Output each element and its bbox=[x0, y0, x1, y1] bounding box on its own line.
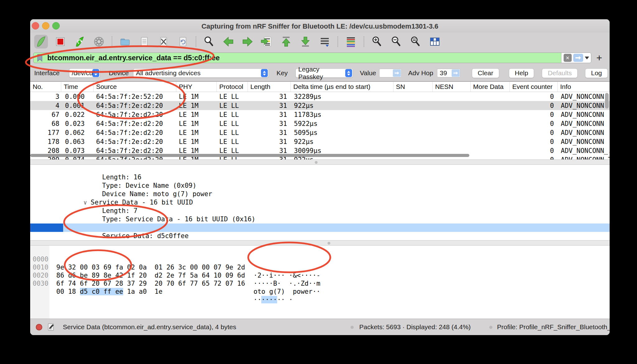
key-select[interactable]: Legacy Passkey bbox=[295, 68, 353, 78]
packet-row[interactable]: 177 0.062 64:5a:7f:2e:d2:20 LE 1M LE LL … bbox=[30, 128, 610, 137]
packet-row[interactable]: 67 0.022 64:5a:7f:2e:d2:20 LE 1M LE LL 3… bbox=[30, 110, 610, 119]
zoom-original-icon[interactable] bbox=[409, 35, 422, 48]
column-header[interactable]: SN bbox=[393, 82, 433, 92]
filter-history-caret-icon[interactable] bbox=[585, 57, 589, 59]
packet-row[interactable]: 178 0.063 64:5a:7f:2e:d2:20 LE 1M LE LL … bbox=[30, 137, 610, 146]
title-bar: Capturing from nRF Sniffer for Bluetooth… bbox=[30, 19, 610, 33]
open-file-folder-icon[interactable] bbox=[118, 35, 132, 48]
value-apply-icon[interactable] bbox=[393, 69, 401, 77]
save-file-icon[interactable] bbox=[137, 35, 151, 48]
hex-row[interactable]: 0000 9e 32 00 03 69 fa 02 0a 01 26 3c 00… bbox=[30, 247, 610, 255]
minimize-window-button[interactable] bbox=[42, 22, 49, 30]
resize-columns-icon[interactable] bbox=[428, 35, 442, 48]
cell-event-counter: 0 bbox=[510, 111, 558, 118]
pane-divider[interactable] bbox=[30, 240, 610, 246]
detail-row[interactable]: CRC: 0x580578 bbox=[30, 232, 610, 240]
cell-time: 0.001 bbox=[61, 102, 94, 109]
capture-comment-icon[interactable] bbox=[47, 323, 55, 331]
display-filter-input[interactable]: btcommon.eir_ad.entry.service_data == d5… bbox=[33, 53, 591, 63]
adv-hop-apply-icon[interactable] bbox=[452, 69, 460, 77]
find-packet-icon[interactable] bbox=[202, 35, 216, 48]
column-header[interactable]: NESN bbox=[433, 82, 471, 92]
interface-select[interactable]: /dev/cu.u bbox=[69, 68, 100, 78]
log-button[interactable]: Log bbox=[585, 68, 608, 78]
close-file-icon[interactable] bbox=[157, 35, 170, 48]
cell-delta-time: 32289µs bbox=[291, 93, 393, 100]
go-to-packet-icon[interactable] bbox=[260, 35, 274, 48]
cell-info: ADV_NONCONN_TI bbox=[558, 156, 610, 160]
hex-offset: 0030 bbox=[33, 279, 49, 288]
packet-count-summary[interactable]: Packets: 5693 · Displayed: 248 (4.4%) bbox=[359, 323, 471, 331]
column-header[interactable]: Time bbox=[61, 82, 94, 92]
restart-capture-icon[interactable] bbox=[73, 35, 86, 48]
previous-packet-icon[interactable] bbox=[221, 35, 235, 48]
zoom-in-icon[interactable] bbox=[370, 35, 384, 48]
pane-divider[interactable] bbox=[30, 159, 610, 165]
key-select-value: Legacy Passkey bbox=[298, 66, 345, 81]
expert-info-icon[interactable] bbox=[36, 324, 42, 330]
vertical-scrollbar-thumb[interactable] bbox=[605, 93, 609, 108]
last-packet-icon[interactable] bbox=[299, 35, 312, 48]
help-button[interactable]: Help bbox=[509, 68, 534, 78]
filter-bookmark-icon[interactable] bbox=[37, 54, 43, 62]
column-header[interactable]: PHY bbox=[176, 82, 217, 92]
defaults-button[interactable]: Defaults bbox=[542, 68, 578, 78]
profile-name[interactable]: Profile: Profile_nRF_Sniffer_Bluetooth_L… bbox=[497, 323, 610, 331]
interface-select-value: /dev/cu.u bbox=[72, 69, 92, 77]
cell-no: 4 bbox=[30, 102, 61, 109]
column-header[interactable]: Info bbox=[558, 82, 610, 92]
stepper-icon bbox=[92, 69, 99, 77]
packet-row[interactable]: 3 0.000 64:5a:7f:2e:52:20 LE 1M LE LL 31… bbox=[30, 92, 610, 101]
adv-hop-field[interactable]: 39 bbox=[437, 69, 460, 77]
column-header[interactable]: More Data bbox=[471, 82, 510, 92]
clear-button[interactable]: Clear bbox=[472, 68, 499, 78]
hex-row[interactable]: 0030 00 18 d5 c0 ff ee 1a a0 1e ········… bbox=[30, 271, 610, 279]
column-header[interactable]: Length bbox=[248, 82, 291, 92]
filter-apply-icon[interactable] bbox=[573, 54, 583, 62]
hex-row[interactable]: 0020 6f 74 6f 20 67 28 37 29 20 70 6f 77… bbox=[30, 263, 610, 271]
column-header[interactable]: Event counter bbox=[510, 82, 558, 92]
column-header[interactable]: Source bbox=[94, 82, 176, 92]
column-header[interactable]: Protocol bbox=[217, 82, 248, 92]
detail-row[interactable]: Service Data: d5c0ffee bbox=[30, 223, 610, 232]
detail-row[interactable]: Type: Service Data - 16 bit UUID (0x16) bbox=[30, 207, 610, 215]
zoom-out-icon[interactable] bbox=[389, 35, 403, 48]
detail-row[interactable]: Device Name: moto g(7) power bbox=[30, 182, 610, 190]
device-select[interactable]: All advertising devices bbox=[133, 68, 269, 78]
cell-no: 208 bbox=[30, 147, 61, 154]
cell-length: 31 bbox=[248, 120, 291, 127]
interface-label: Interface bbox=[34, 69, 60, 77]
zoom-window-button[interactable] bbox=[52, 22, 60, 30]
start-capture-icon[interactable] bbox=[34, 35, 48, 48]
detail-row[interactable]: Length: 16 bbox=[30, 165, 610, 173]
detail-row[interactable]: Length: 7 bbox=[30, 198, 610, 207]
scroll-dot-icon bbox=[328, 242, 330, 245]
colorize-packets-icon[interactable] bbox=[344, 35, 358, 48]
filter-clear-icon[interactable]: × bbox=[564, 54, 572, 62]
close-window-button[interactable] bbox=[32, 22, 39, 30]
value-field[interactable] bbox=[379, 69, 402, 77]
hex-dump-pane: 0000 9e 32 00 03 69 fa 02 0a 01 26 3c 00… bbox=[30, 246, 610, 319]
hex-row[interactable]: 0010 86 d6 be 89 8e 42 1f 20 d2 2e 7f 5a… bbox=[30, 255, 610, 263]
capture-options-gear-icon[interactable] bbox=[92, 35, 106, 48]
first-packet-icon[interactable] bbox=[279, 35, 293, 48]
column-header[interactable]: No. bbox=[30, 82, 61, 92]
add-filter-button[interactable]: + bbox=[596, 53, 602, 63]
toolbar-separator bbox=[112, 36, 112, 47]
reload-file-icon[interactable] bbox=[176, 35, 190, 48]
window-title: Capturing from nRF Sniffer for Bluetooth… bbox=[30, 19, 610, 33]
detail-row[interactable]: UUID 16: Generic Access Profile (0x1800) bbox=[30, 215, 610, 223]
horizontal-scrollbar-thumb[interactable] bbox=[30, 154, 469, 157]
detail-row[interactable]: ∨Service Data - 16 bit UUID bbox=[30, 190, 610, 198]
packet-row[interactable]: 4 0.001 64:5a:7f:2e:d2:20 LE 1M LE LL 31… bbox=[30, 101, 610, 110]
column-header[interactable]: Delta time (µs end to start) bbox=[291, 82, 393, 92]
key-label: Key bbox=[277, 69, 288, 77]
cell-time: 0.063 bbox=[61, 138, 94, 145]
detail-row[interactable]: Type: Device Name (0x09) bbox=[30, 173, 610, 182]
next-packet-icon[interactable] bbox=[241, 35, 254, 48]
cell-protocol: LE LL bbox=[217, 111, 248, 118]
auto-scroll-icon[interactable] bbox=[318, 35, 332, 48]
stop-capture-icon[interactable] bbox=[53, 35, 67, 48]
packet-row[interactable]: 68 0.023 64:5a:7f:2e:d2:20 LE 1M LE LL 3… bbox=[30, 119, 610, 128]
ascii-bytes: ········ · bbox=[253, 296, 293, 304]
